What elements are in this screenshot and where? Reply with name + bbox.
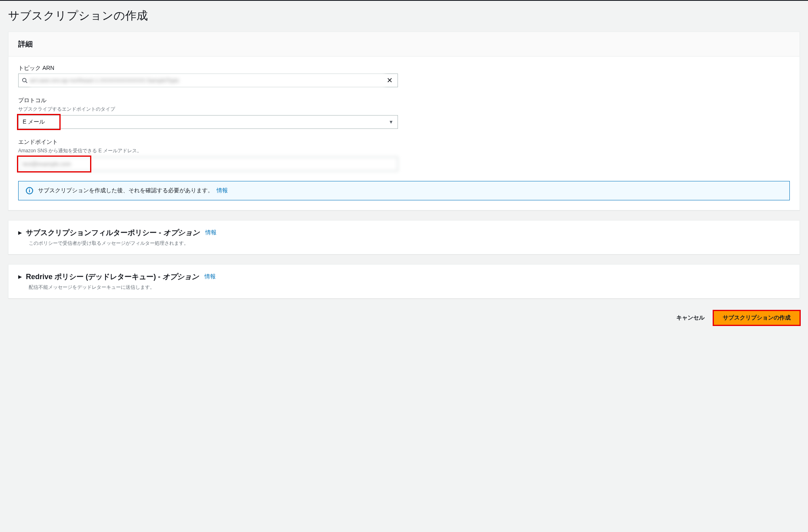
- info-banner-link[interactable]: 情報: [217, 187, 228, 193]
- caret-right-icon: ▶: [18, 230, 22, 236]
- protocol-label: プロトコル: [18, 97, 790, 104]
- filter-policy-toggle[interactable]: ▶ サブスクリプションフィルターポリシー - オプション 情報: [18, 228, 790, 238]
- search-icon: [22, 78, 27, 83]
- filter-policy-optional: オプション: [163, 229, 200, 237]
- cancel-button[interactable]: キャンセル: [675, 311, 706, 325]
- info-icon: i: [26, 187, 33, 194]
- protocol-hint: サブスクライブするエンドポイントのタイプ: [18, 106, 790, 113]
- endpoint-input[interactable]: [18, 157, 398, 171]
- endpoint-field: エンドポイント Amazon SNS から通知を受信できる E メールアドレス。: [18, 139, 790, 171]
- svg-line-1: [26, 82, 27, 83]
- topic-arn-label: トピック ARN: [18, 65, 790, 72]
- endpoint-hint: Amazon SNS から通知を受信できる E メールアドレス。: [18, 147, 790, 154]
- topic-arn-input-wrap[interactable]: ✕: [18, 74, 398, 87]
- filter-policy-info-link[interactable]: 情報: [205, 229, 217, 236]
- page-title: サブスクリプションの作成: [8, 1, 800, 32]
- protocol-select[interactable]: E メール ▼: [18, 115, 398, 129]
- details-heading: 詳細: [8, 32, 800, 57]
- create-subscription-label: サブスクリプションの作成: [723, 314, 791, 321]
- redrive-policy-toggle[interactable]: ▶ Redrive ポリシー (デッドレターキュー) - オプション 情報: [18, 272, 790, 282]
- info-banner-text: サブスクリプションを作成した後、それを確認する必要があります。: [38, 187, 213, 193]
- protocol-field: プロトコル サブスクライブするエンドポイントのタイプ E メール ▼: [18, 97, 790, 129]
- create-subscription-button[interactable]: サブスクリプションの作成: [713, 311, 800, 325]
- caret-right-icon: ▶: [18, 274, 22, 280]
- redrive-policy-title: Redrive ポリシー (デッドレターキュー) -: [26, 273, 162, 281]
- info-banner: i サブスクリプションを作成した後、それを確認する必要があります。 情報: [18, 181, 790, 200]
- caret-down-icon: ▼: [389, 119, 393, 125]
- endpoint-label: エンドポイント: [18, 139, 790, 146]
- svg-point-0: [23, 78, 26, 82]
- redrive-policy-optional: オプション: [162, 273, 199, 281]
- filter-policy-title: サブスクリプションフィルターポリシー -: [26, 229, 163, 237]
- footer-actions: キャンセル サブスクリプションの作成: [8, 308, 800, 325]
- redrive-policy-panel: ▶ Redrive ポリシー (デッドレターキュー) - オプション 情報 配信…: [8, 264, 800, 299]
- topic-arn-field: トピック ARN ✕: [18, 65, 790, 87]
- redrive-policy-description: 配信不能メッセージをデッドレターキューに送信します。: [29, 284, 790, 291]
- redrive-policy-info-link[interactable]: 情報: [204, 273, 216, 280]
- topic-arn-input[interactable]: [30, 74, 385, 87]
- filter-policy-description: このポリシーで受信者が受け取るメッセージがフィルター処理されます。: [29, 240, 790, 247]
- details-panel: 詳細 トピック ARN ✕ プロトコル サブスクライブするエンドポイントのタイプ: [8, 32, 800, 210]
- protocol-selected-value: E メール: [23, 118, 389, 126]
- close-icon: ✕: [387, 76, 393, 84]
- clear-topic-arn-button[interactable]: ✕: [385, 76, 394, 85]
- filter-policy-panel: ▶ サブスクリプションフィルターポリシー - オプション 情報 このポリシーで受…: [8, 220, 800, 254]
